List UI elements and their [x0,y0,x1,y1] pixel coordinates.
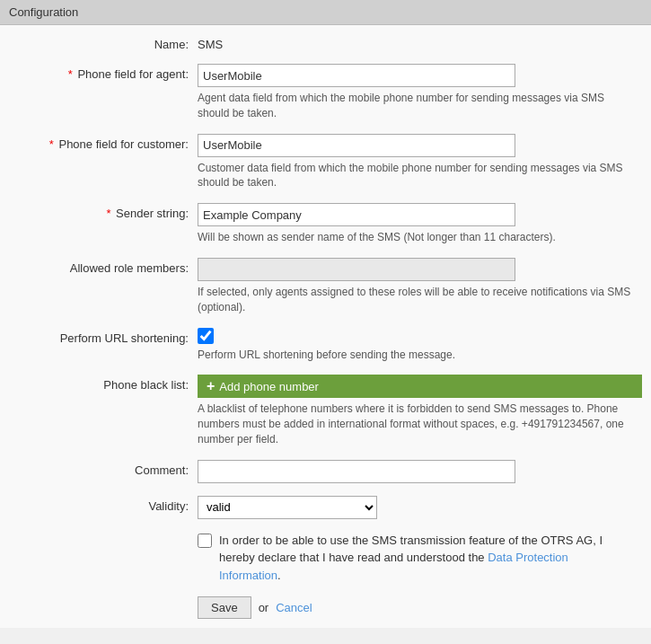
phone-agent-label: * Phone field for agent: [9,64,198,81]
save-button[interactable]: Save [198,596,251,619]
name-label: Name: [9,34,198,51]
url-shortening-hint: Perform URL shortening before sending th… [198,348,638,363]
phone-blacklist-content: + Add phone number A blacklist of teleph… [198,375,642,446]
add-phone-button[interactable]: + Add phone number [198,375,642,398]
validity-row: Validity: valid invalid invalid-temporar… [0,496,651,519]
phone-blacklist-row: Phone black list: + Add phone number A b… [0,375,651,446]
name-row: Name: SMS [0,34,651,51]
sender-content: Will be shown as sender name of the SMS … [198,203,642,245]
allowed-roles-row: Allowed role members: If selected, only … [0,258,651,315]
allowed-roles-label: Allowed role members: [9,258,198,275]
sender-row: * Sender string: Will be shown as sender… [0,203,651,245]
phone-agent-row: * Phone field for agent: Agent data fiel… [0,64,651,121]
validity-label: Validity: [9,496,198,513]
url-shortening-row: Perform URL shortening: Perform URL shor… [0,328,651,363]
consent-checkbox[interactable] [198,534,212,548]
comment-label: Comment: [9,460,198,477]
url-shortening-checkbox-wrapper [198,328,642,344]
allowed-roles-hint: If selected, only agents assigned to the… [198,285,638,315]
comment-content [198,460,642,483]
cancel-link[interactable]: Cancel [276,601,312,614]
phone-customer-row: * Phone field for customer: Customer dat… [0,134,651,191]
phone-agent-hint: Agent data field from which the mobile p… [198,91,638,121]
phone-customer-input[interactable] [198,134,515,157]
phone-customer-required: * [49,137,54,151]
sender-input[interactable] [198,203,515,226]
comment-row: Comment: [0,460,651,483]
phone-customer-content: Customer data field from which the mobil… [198,134,642,191]
phone-blacklist-label: Phone black list: [9,375,198,392]
plus-icon: + [207,379,215,393]
url-shortening-checkbox[interactable] [198,328,214,344]
url-shortening-content: Perform URL shortening before sending th… [198,328,642,363]
consent-row: In order to be able to use the SMS trans… [0,532,651,585]
save-row: Save or Cancel [0,596,651,619]
phone-agent-required: * [68,67,73,81]
phone-customer-hint: Customer data field from which the mobil… [198,161,638,191]
phone-blacklist-hint: A blacklist of telephone numbers where i… [198,401,638,446]
configuration-form: Name: SMS * Phone field for agent: Agent… [0,25,651,628]
sender-hint: Will be shown as sender name of the SMS … [198,230,638,245]
configuration-header: Configuration [0,0,651,25]
consent-text: In order to be able to use the SMS trans… [219,532,632,585]
header-title: Configuration [9,5,78,19]
phone-agent-content: Agent data field from which the mobile p… [198,64,642,121]
comment-input[interactable] [198,460,515,483]
allowed-roles-input[interactable] [198,258,515,281]
phone-agent-input[interactable] [198,64,515,87]
name-content: SMS [198,34,642,51]
sender-required: * [106,207,110,220]
validity-content: valid invalid invalid-temporarily [198,496,642,519]
or-text: or [259,601,269,614]
url-shortening-label: Perform URL shortening: [9,328,198,345]
sender-label: * Sender string: [9,203,198,220]
name-value: SMS [198,34,642,51]
validity-select[interactable]: valid invalid invalid-temporarily [198,496,377,519]
allowed-roles-content: If selected, only agents assigned to the… [198,258,642,315]
phone-customer-label: * Phone field for customer: [9,134,198,151]
